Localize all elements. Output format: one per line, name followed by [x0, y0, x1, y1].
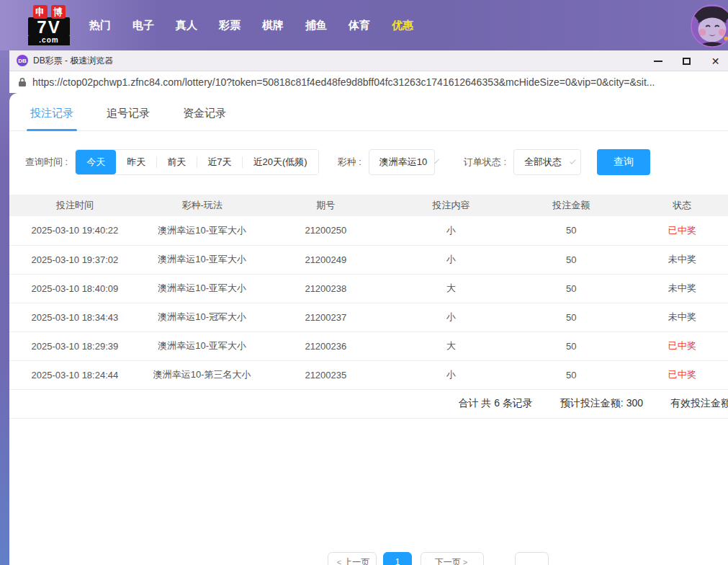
cell-bet-content: 小	[387, 360, 515, 389]
table-row: 2025-03-10 18:40:09 澳洲幸运10-亚军大小 21200238…	[9, 274, 728, 303]
time-range-option[interactable]: 前天	[156, 150, 197, 174]
column-header: 投注金额	[515, 195, 628, 216]
current-page-button[interactable]: 1	[383, 552, 412, 565]
page-jump-input[interactable]	[515, 552, 549, 565]
next-page-label: 下一页	[435, 556, 461, 565]
window-title: DB彩票 - 极速浏览器	[33, 55, 113, 67]
cell-bet-amount: 50	[515, 303, 628, 332]
window-title-bar[interactable]: DB DB彩票 - 极速浏览器 ✕	[9, 50, 728, 71]
filter-row: 查询时间 : 今天 昨天 前天 近7天 近20天(低频) 彩种 : 澳洲幸运10	[9, 149, 728, 175]
cell-bet-amount: 50	[515, 245, 628, 274]
table-row: 2025-03-10 18:29:39 澳洲幸运10-亚军大小 21200236…	[9, 332, 728, 360]
column-header: 彩种-玩法	[140, 195, 264, 216]
site-logo[interactable]: 申 博 7V .com	[27, 5, 71, 45]
cell-issue-number: 21200238	[264, 274, 387, 303]
tab[interactable]: 资金记录	[179, 96, 230, 130]
column-header: 投注时间	[9, 195, 140, 216]
logo-sub-text: .com	[28, 36, 70, 45]
address-bar[interactable]: https://ctop02pchwp1.zfnc84.com/lottery/…	[9, 71, 728, 93]
cell-bet-content: 小	[387, 303, 515, 332]
next-page-button[interactable]: 下一页>	[421, 552, 484, 565]
cell-game-play: 澳洲幸运10-第三名大小	[140, 360, 264, 389]
chevron-left-icon: <	[337, 558, 341, 565]
nav-item[interactable]: 电子	[132, 19, 154, 32]
avatar[interactable]	[690, 4, 728, 48]
nav-item[interactable]: 真人	[176, 19, 197, 32]
nav-item[interactable]: 热门	[89, 19, 111, 32]
nav-item[interactable]: 优惠	[392, 19, 413, 32]
cell-issue-number: 21200250	[264, 216, 387, 245]
chevron-down-icon	[435, 159, 439, 163]
column-header: 状态	[627, 195, 728, 216]
cell-bet-amount: 50	[515, 216, 628, 245]
lottery-select[interactable]: 澳洲幸运10	[369, 149, 435, 175]
cell-bet-content: 小	[387, 245, 515, 274]
close-button[interactable]: ✕	[709, 55, 722, 67]
nav-item[interactable]: 棋牌	[262, 19, 284, 32]
cell-status: 未中奖	[627, 303, 728, 332]
browser-window: DB DB彩票 - 极速浏览器 ✕ https://ctop02pchwp1.z…	[9, 50, 728, 565]
order-status-select[interactable]: 全部状态	[513, 149, 581, 175]
time-range-group: 今天 昨天 前天 近7天 近20天(低频)	[75, 149, 318, 175]
bet-record-table: 投注时间彩种-玩法期号投注内容投注金额状态 2025-03-10 19:40:2…	[9, 195, 728, 390]
cell-bet-time: 2025-03-10 19:37:02	[9, 245, 140, 274]
cell-status: 已中奖	[627, 216, 728, 245]
cell-bet-time: 2025-03-10 18:40:09	[9, 274, 140, 303]
cell-status: 已中奖	[627, 360, 728, 389]
order-status-label: 订单状态 :	[464, 156, 506, 169]
nav-item[interactable]: 捕鱼	[305, 19, 327, 32]
cell-bet-content: 大	[387, 332, 515, 360]
cell-game-play: 澳洲幸运10-亚军大小	[140, 216, 264, 245]
cell-bet-amount: 50	[515, 274, 628, 303]
minimize-button[interactable]	[652, 55, 664, 67]
prev-page-label: 上一页	[343, 556, 369, 565]
tab[interactable]: 投注记录	[27, 96, 77, 130]
db-favicon-icon: DB	[17, 55, 28, 66]
cell-issue-number: 21200236	[264, 332, 387, 360]
lock-icon	[18, 77, 27, 87]
prev-page-button[interactable]: <上一页	[328, 552, 377, 565]
cell-bet-time: 2025-03-10 18:34:43	[9, 303, 140, 332]
window-controls: ✕	[652, 50, 722, 71]
main-nav: 热门 电子 真人 彩票 棋牌 捕鱼 体育 优惠	[89, 19, 413, 32]
page-content: 投注记录 追号记录 资金记录 查询时间 : 今天 昨天 前天 近7天 近20天(…	[9, 93, 728, 565]
order-status-value: 全部状态	[524, 156, 562, 169]
query-button[interactable]: 查询	[597, 149, 650, 175]
chevron-right-icon: >	[463, 558, 467, 565]
logo-badge-left: 申	[33, 5, 48, 19]
time-range-option[interactable]: 昨天	[116, 150, 156, 174]
maximize-button[interactable]	[680, 55, 693, 67]
column-header: 期号	[264, 195, 387, 216]
summary-total: 合计 共 6 条记录	[458, 397, 532, 410]
site-top-bar: 申 博 7V .com 热门 电子 真人 彩票 棋牌 捕鱼 体育 优惠	[0, 0, 728, 50]
time-range-option[interactable]: 近20天(低频)	[242, 150, 318, 174]
minimize-icon	[654, 61, 662, 62]
summary-expected-amount: 预计投注金额: 300	[560, 397, 643, 410]
cell-bet-content: 大	[387, 274, 515, 303]
logo-badge-right: 博	[51, 5, 66, 19]
column-header: 投注内容	[387, 195, 515, 216]
table-row: 2025-03-10 18:24:44 澳洲幸运10-第三名大小 2120023…	[9, 360, 728, 389]
url-text: https://ctop02pchwp1.zfnc84.com/lottery/…	[32, 76, 655, 88]
cell-bet-amount: 50	[515, 360, 628, 389]
cell-status: 未中奖	[627, 245, 728, 274]
cell-bet-amount: 50	[515, 332, 628, 360]
logo-main-text: 7V	[28, 17, 70, 36]
cell-game-play: 澳洲幸运10-亚军大小	[140, 332, 264, 360]
cell-bet-time: 2025-03-10 18:24:44	[9, 360, 140, 389]
time-range-option[interactable]: 今天	[76, 150, 116, 174]
pagination: <上一页 1 下一页>	[328, 552, 549, 565]
time-range-option[interactable]: 近7天	[197, 150, 242, 174]
cell-status: 已中奖	[627, 332, 728, 360]
chevron-down-icon	[570, 158, 575, 164]
cell-game-play: 澳洲幸运10-冠军大小	[140, 303, 264, 332]
nav-item[interactable]: 体育	[349, 19, 370, 32]
close-icon: ✕	[711, 56, 720, 66]
tab[interactable]: 追号记录	[103, 96, 153, 130]
lottery-select-label: 彩种 :	[338, 156, 361, 169]
logo-badges: 申 博	[33, 5, 66, 19]
table-row: 2025-03-10 19:37:02 澳洲幸运10-亚军大小 21200249…	[9, 245, 728, 274]
cell-bet-time: 2025-03-10 18:29:39	[9, 332, 140, 360]
lottery-select-value: 澳洲幸运10	[379, 156, 427, 169]
nav-item[interactable]: 彩票	[219, 19, 241, 32]
